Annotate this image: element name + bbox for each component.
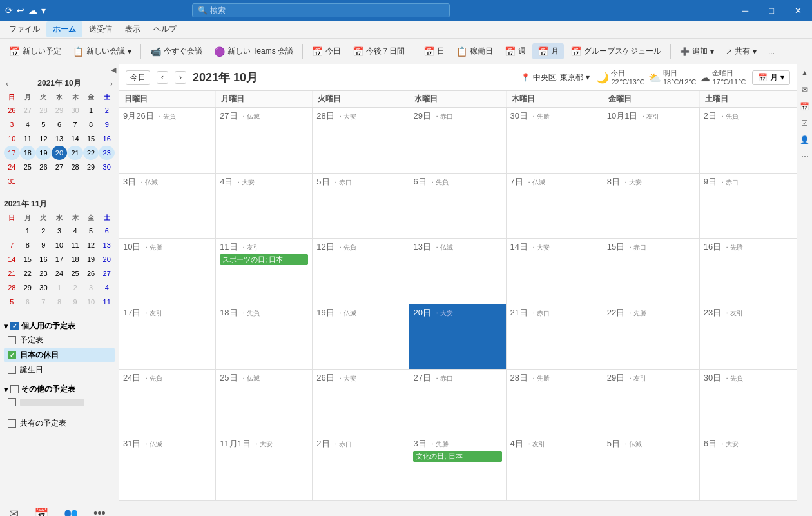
next-month-cal-btn[interactable]: › — [175, 71, 186, 84]
minimize-btn[interactable]: ─ — [737, 5, 753, 17]
mini-cal-day[interactable]: 28 — [67, 160, 83, 174]
mini-cal-day[interactable]: 9 — [99, 117, 115, 132]
cal-cell[interactable]: 11月1日・大安 — [216, 435, 313, 501]
mini-cal-day-nov[interactable]: 25 — [67, 266, 83, 281]
cal-cell[interactable]: 22日・先勝 — [603, 304, 700, 370]
cal-item-shared[interactable]: 共有の予定表 — [4, 416, 115, 431]
right-panel-mail-icon[interactable]: ✉ — [799, 84, 811, 95]
cal-cell[interactable]: 18日・先負 — [216, 304, 313, 370]
cal-cell[interactable]: 23日・友引 — [700, 304, 797, 370]
more-btn[interactable]: ... — [763, 45, 780, 59]
cal-cell[interactable]: 4日・友引 — [507, 435, 603, 501]
cal-cell[interactable]: 6日・先負 — [409, 174, 506, 239]
mini-cal-day-nov[interactable]: 3 — [52, 224, 68, 238]
cal-item-birthday[interactable]: 誕生日 — [4, 362, 115, 377]
cal-cell[interactable]: 13日・仏滅 — [409, 239, 506, 304]
mini-cal-day[interactable]: 14 — [67, 132, 83, 146]
mini-cal-day-nov[interactable]: 2 — [35, 224, 52, 238]
cal-cell[interactable]: 2日・赤口 — [313, 435, 409, 501]
mini-cal-day-nov[interactable]: 10 — [83, 295, 99, 309]
mini-cal-day-nov[interactable]: 1 — [20, 224, 36, 238]
cal-cell[interactable]: 10月1日・友引 — [603, 108, 700, 174]
holiday-checkbox[interactable]: ✓ — [8, 351, 16, 359]
schedule-checkbox[interactable] — [8, 336, 16, 344]
today-btn[interactable]: 📅 今日 — [307, 43, 346, 59]
cal-event[interactable]: 文化の日; 日本 — [413, 451, 501, 462]
cal-cell[interactable]: 9日・赤口 — [700, 174, 797, 239]
new-meeting-btn[interactable]: 📋 新しい会議 ▾ — [68, 43, 137, 59]
mini-cal-day-nov[interactable]: 5 — [83, 224, 99, 238]
more-nav-btn[interactable]: ••• — [91, 504, 108, 516]
cal-item-other[interactable] — [4, 396, 115, 408]
menu-send-receive[interactable]: 送受信 — [82, 21, 119, 37]
mini-cal-day-nov[interactable]: 13 — [99, 238, 115, 252]
mini-cal-day[interactable]: 3 — [4, 117, 20, 132]
mini-cal-day[interactable]: 28 — [35, 103, 52, 117]
cal-cell[interactable]: 28日・先勝 — [507, 370, 603, 435]
mini-cal-day-nov[interactable]: 19 — [83, 252, 99, 266]
search-input[interactable] — [210, 6, 444, 15]
new-teams-btn[interactable]: 🟣 新しい Teams 会議 — [209, 43, 298, 59]
mini-cal-day-nov[interactable]: 4 — [99, 281, 115, 295]
collapse-btn[interactable]: ◀ — [0, 64, 119, 75]
mini-cal-day[interactable] — [35, 174, 52, 188]
mini-cal-day-nov[interactable]: 17 — [52, 252, 68, 266]
mini-cal-day[interactable]: 12 — [35, 132, 52, 146]
mini-cal-day-nov[interactable]: 18 — [67, 252, 83, 266]
cal-cell[interactable]: 3日・仏滅 — [119, 174, 216, 239]
other-group-header[interactable]: ▾ その他の予定表 — [4, 382, 115, 396]
mini-cal-day[interactable]: 4 — [20, 117, 36, 132]
mini-cal-day[interactable]: 23 — [99, 146, 115, 160]
mini-cal-day[interactable]: 27 — [20, 103, 36, 117]
other-group-checkbox[interactable] — [10, 385, 19, 393]
cal-cell[interactable]: 20日・大安 — [409, 304, 506, 370]
mini-cal-day[interactable]: 15 — [83, 132, 99, 146]
cal-cell[interactable]: 29日・友引 — [603, 370, 700, 435]
cal-cell[interactable]: 4日・大安 — [216, 174, 313, 239]
mini-cal-day[interactable]: 22 — [83, 146, 99, 160]
cal-item-holiday[interactable]: ✓ 日本の休日 — [4, 348, 115, 362]
mini-cal-day[interactable]: 19 — [35, 146, 52, 160]
cal-cell[interactable]: 3日・先勝文化の日; 日本 — [409, 435, 506, 501]
mini-cal-day[interactable]: 31 — [4, 174, 20, 188]
cal-cell[interactable]: 17日・友引 — [119, 304, 216, 370]
mini-cal-day-nov[interactable]: 11 — [99, 295, 115, 309]
mini-cal-day-nov[interactable]: 14 — [4, 252, 20, 266]
cal-cell[interactable]: 28日・大安 — [313, 108, 409, 174]
mini-cal-day-nov[interactable]: 6 — [99, 224, 115, 238]
right-panel-more-icon[interactable]: ⋯ — [799, 151, 811, 163]
right-panel-task-icon[interactable]: ☑ — [799, 117, 811, 129]
cal-cell[interactable]: 30日・先勝 — [507, 108, 603, 174]
mini-cal-day[interactable]: 13 — [52, 132, 68, 146]
cal-cell[interactable]: 25日・仏滅 — [216, 370, 313, 435]
mini-cal-day-nov[interactable]: 15 — [20, 252, 36, 266]
cal-nav-bottom-btn[interactable]: 📅 — [32, 504, 51, 517]
mini-cal-day-nov[interactable]: 6 — [20, 295, 36, 309]
mini-cal-day[interactable]: 18 — [20, 146, 36, 160]
down-icon[interactable]: ▾ — [41, 5, 46, 15]
mini-cal-day-nov[interactable]: 1 — [52, 281, 68, 295]
cal-cell[interactable]: 27日・仏滅 — [216, 108, 313, 174]
mini-cal-day[interactable]: 25 — [20, 160, 36, 174]
shared-checkbox[interactable] — [8, 419, 16, 428]
mini-cal-day[interactable]: 17 — [4, 146, 20, 160]
cal-cell[interactable]: 31日・仏滅 — [119, 435, 216, 501]
mini-cal-day-nov[interactable]: 10 — [52, 238, 68, 252]
mini-cal-day[interactable]: 26 — [35, 160, 52, 174]
add-btn[interactable]: ➕ 追加 ▾ — [675, 43, 719, 59]
mini-cal-day[interactable]: 8 — [83, 117, 99, 132]
menu-view[interactable]: 表示 — [119, 21, 147, 37]
contacts-nav-btn[interactable]: 👥 — [61, 504, 81, 517]
search-bar[interactable]: 🔍 — [192, 3, 450, 17]
now-meeting-btn[interactable]: 📹 今すぐ会議 — [145, 43, 208, 59]
cal-cell[interactable]: 15日・赤口 — [603, 239, 700, 304]
mini-cal-day-nov[interactable]: 11 — [67, 238, 83, 252]
mini-cal-day-nov[interactable]: 9 — [35, 238, 52, 252]
mini-cal-day-nov[interactable]: 16 — [35, 252, 52, 266]
mini-cal-day[interactable]: 16 — [99, 132, 115, 146]
mini-cal-day[interactable] — [99, 174, 115, 188]
next-month-btn[interactable]: › — [108, 79, 115, 89]
mini-cal-day[interactable]: 11 — [20, 132, 36, 146]
mini-cal-day-nov[interactable]: 8 — [52, 295, 68, 309]
cal-cell[interactable]: 8日・大安 — [603, 174, 700, 239]
